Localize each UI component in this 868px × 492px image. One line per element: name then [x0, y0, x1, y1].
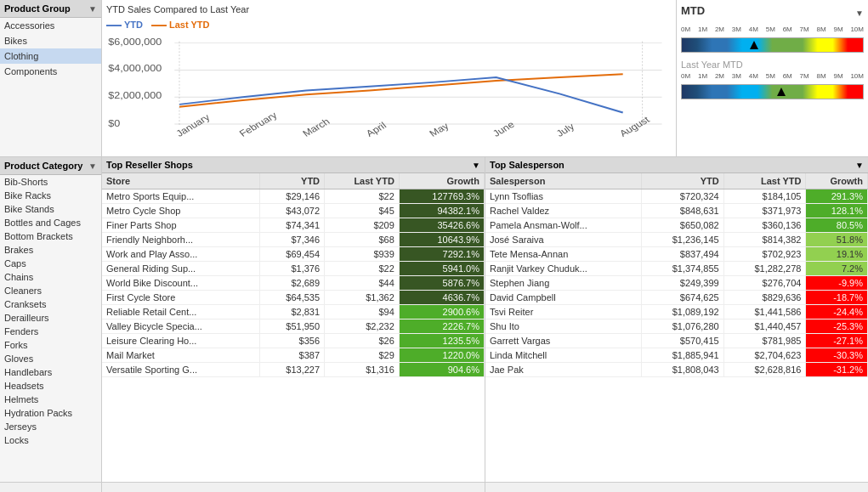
category-list-item[interactable]: Bottles and Cages	[0, 216, 101, 229]
reseller-table-scroll[interactable]: Store YTD Last YTD Growth Metro Sports E…	[102, 173, 485, 482]
table-row: Versatile Sporting G... $13,227 $1,316 9…	[102, 363, 485, 377]
sp-ytd-value: $837,494	[641, 247, 723, 262]
svg-text:$0: $0	[108, 118, 121, 128]
svg-text:January: January	[173, 112, 212, 139]
sp-last-ytd-value: $371,973	[723, 204, 806, 218]
reseller-table: Store YTD Last YTD Growth Metro Sports E…	[102, 173, 485, 377]
category-list-item[interactable]: Bottom Brackets	[0, 229, 101, 243]
category-list-item[interactable]: Brakes	[0, 243, 101, 257]
reseller-table-title: Top Reseller Shops	[106, 160, 193, 170]
category-list-item[interactable]: Bike Stands	[0, 202, 101, 216]
filter-icon[interactable]: ▼	[88, 4, 97, 14]
table-row: Pamela Ansman-Wolf... $650,082 $360,136 …	[485, 218, 868, 233]
sp-ytd-value: $1,076,280	[641, 320, 723, 334]
growth-value: 7292.1%	[399, 247, 484, 262]
col-sp-ytd: YTD	[641, 173, 723, 189]
growth-value: 127769.3%	[399, 189, 484, 204]
category-list-item[interactable]: Cleaners	[0, 284, 101, 297]
category-list-item[interactable]: Caps	[0, 257, 101, 270]
category-list-item[interactable]: Locks	[0, 433, 101, 447]
category-list-item[interactable]: Bike Racks	[0, 189, 101, 202]
store-name: Mail Market	[102, 348, 259, 363]
ytd-value: $64,535	[259, 291, 324, 305]
col-sp-growth: Growth	[806, 173, 868, 189]
salesperson-filter-icon[interactable]: ▼	[855, 161, 864, 170]
category-list-item[interactable]: Helmets	[0, 393, 101, 406]
last-ytd-value: $44	[325, 276, 400, 291]
sp-growth-value: -9.9%	[806, 276, 868, 291]
sp-last-ytd-value: $184,105	[723, 189, 806, 204]
sp-growth-value: 51.8%	[806, 233, 868, 247]
last-ytd-value: $26	[325, 334, 400, 348]
mtd-filter-icon[interactable]: ▼	[855, 8, 864, 18]
sp-ytd-value: $674,625	[641, 291, 723, 305]
category-list-item[interactable]: Jerseys	[0, 420, 101, 433]
svg-text:$2,000,000: $2,000,000	[108, 90, 162, 100]
chart-svg: $6,000,000 $4,000,000 $2,000,000 $0 Janu…	[106, 35, 672, 145]
table-row: Finer Parts Shop $74,341 $209 35426.6%	[102, 218, 485, 233]
table-row: Linda Mitchell $1,885,941 $2,704,623 -30…	[485, 348, 868, 363]
table-row: Tete Mensa-Annan $837,494 $702,923 19.1%	[485, 247, 868, 262]
category-list-item[interactable]: Cranksets	[0, 297, 101, 311]
product-group-item[interactable]: Accessories	[0, 18, 101, 33]
product-group-item[interactable]: Bikes	[0, 33, 101, 48]
legend-ytd: — YTD	[106, 17, 143, 32]
salesperson-name: Garrett Vargas	[485, 334, 641, 348]
mtd-bar	[681, 37, 864, 53]
growth-value: 35426.6%	[399, 218, 484, 233]
ytd-value: $7,346	[259, 233, 324, 247]
table-row: Garrett Vargas $570,415 $781,985 -27.1%	[485, 334, 868, 348]
reseller-scrollbar[interactable]	[102, 482, 485, 492]
sp-last-ytd-value: $1,440,457	[723, 320, 806, 334]
category-list: Bib-ShortsBike RacksBike StandsBottles a…	[0, 175, 101, 482]
sp-last-ytd-value: $1,282,278	[723, 262, 806, 276]
growth-value: 5941.0%	[399, 262, 484, 276]
last-ytd-value: $68	[325, 233, 400, 247]
table-row: Stephen Jiang $249,399 $276,704 -9.9%	[485, 276, 868, 291]
category-list-item[interactable]: Forks	[0, 338, 101, 352]
mtd-panel: MTD ▼ 0M 1M 2M 3M 4M 5M 6M 7M 8M 9M 10M	[677, 0, 868, 156]
salesperson-name: Linda Mitchell	[485, 348, 641, 363]
store-name: First Cycle Store	[102, 291, 259, 305]
col-last-ytd: Last YTD	[325, 173, 400, 189]
sp-growth-value: 128.1%	[806, 204, 868, 218]
last-ytd-value: $1,362	[325, 291, 400, 305]
sp-growth-value: 19.1%	[806, 247, 868, 262]
salesperson-table-scroll[interactable]: Salesperson YTD Last YTD Growth Lynn Tso…	[485, 173, 868, 482]
category-list-item[interactable]: Hydration Packs	[0, 406, 101, 420]
svg-text:$6,000,000: $6,000,000	[108, 37, 162, 47]
category-list-item[interactable]: Bib-Shorts	[0, 175, 101, 189]
category-list-item[interactable]: Chains	[0, 270, 101, 284]
category-list-item[interactable]: Headsets	[0, 379, 101, 393]
product-group-item[interactable]: Clothing	[0, 48, 101, 64]
category-scrollbar[interactable]	[0, 482, 101, 492]
sp-ytd-value: $1,236,145	[641, 233, 723, 247]
store-name: Reliable Retail Cent...	[102, 305, 259, 320]
product-group-item[interactable]: Components	[0, 64, 101, 79]
sp-last-ytd-value: $276,704	[723, 276, 806, 291]
last-ytd-value: $22	[325, 262, 400, 276]
table-row: First Cycle Store $64,535 $1,362 4636.7%	[102, 291, 485, 305]
ytd-value: $43,072	[259, 204, 324, 218]
sp-growth-value: 291.3%	[806, 189, 868, 204]
last-ytd-value: $45	[325, 204, 400, 218]
store-name: Valley Bicycle Specia...	[102, 320, 259, 334]
category-list-item[interactable]: Gloves	[0, 352, 101, 365]
product-group-panel: Product Group ▼ AccessoriesBikesClothing…	[0, 0, 102, 156]
table-row: Metro Cycle Shop $43,072 $45 94382.1%	[102, 204, 485, 218]
category-filter-icon[interactable]: ▼	[88, 161, 97, 171]
growth-value: 10643.9%	[399, 233, 484, 247]
category-list-item[interactable]: Fenders	[0, 325, 101, 338]
salesperson-scrollbar[interactable]	[485, 482, 868, 492]
sp-ytd-value: $650,082	[641, 218, 723, 233]
category-list-item[interactable]: Handlebars	[0, 365, 101, 379]
reseller-filter-icon[interactable]: ▼	[472, 161, 480, 170]
ytd-value: $13,227	[259, 363, 324, 377]
last-ytd-value: $209	[325, 218, 400, 233]
store-name: Finer Parts Shop	[102, 218, 259, 233]
sp-growth-value: -24.4%	[806, 305, 868, 320]
category-list-item[interactable]: Derailleurs	[0, 311, 101, 325]
growth-value: 2900.6%	[399, 305, 484, 320]
ytd-value: $69,454	[259, 247, 324, 262]
salesperson-panel: Top Salesperson ▼ Salesperson YTD Last Y…	[485, 157, 868, 492]
